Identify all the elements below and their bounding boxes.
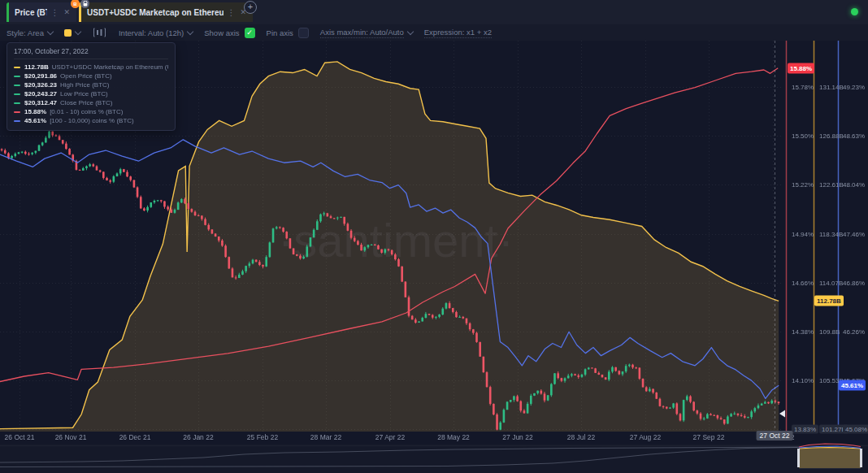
tooltip-row: $20,326.23High Price (BTC) (14, 80, 168, 89)
x-axis-label: 27 Jun 22 (502, 433, 532, 441)
show-axis-checkbox[interactable]: ✓ (245, 28, 255, 38)
series-color-dash (14, 93, 20, 95)
tab-menu-icon[interactable]: ⋮ (224, 8, 238, 17)
chevron-down-icon (407, 28, 414, 35)
expression-label: Expression: x1 + x2 (424, 28, 492, 38)
axis-tick-red: 14.10% (792, 376, 814, 384)
chevron-down-icon (75, 28, 81, 35)
axis-tick-red: 15.50% (792, 132, 814, 140)
chart-settings-toolbar: Style: Area Interval: Auto (12h) Show ax… (0, 24, 868, 41)
show-axis-label: Show axis (204, 28, 239, 37)
minimap-brush[interactable] (799, 446, 861, 469)
chevron-down-icon (187, 28, 193, 35)
axis-tick-red: 14.66% (792, 279, 814, 286)
tab-price-btc[interactable]: Price (BTC) ⋮ ✕ (7, 2, 76, 22)
add-tab-button[interactable]: + (244, 1, 257, 14)
x-axis-label: 26 Nov 21 (55, 433, 87, 441)
x-axis-label: 28 May 22 (437, 433, 470, 441)
x-axis-label: 28 Mar 22 (310, 433, 341, 441)
tooltip-value: $20,326.23 (24, 80, 57, 89)
tooltip-value: 112.78B (24, 63, 49, 72)
axis-tick-red: 14.94% (792, 230, 814, 237)
tooltip-row: $20,312.47Close Price (BTC) (14, 98, 168, 107)
tooltip-value: $20,312.47 (24, 98, 57, 107)
axis-tick-blue: 48.04% (843, 181, 865, 189)
tooltip-value: $20,291.86 (24, 72, 57, 80)
series-color-dash (14, 85, 20, 86)
axis-tick-red: 13.83% (792, 425, 818, 434)
tooltip-value: $20,243.27 (24, 89, 57, 98)
tooltip-row: $20,243.27Low Price (BTC) (14, 89, 168, 98)
color-swatch-dropdown[interactable] (64, 29, 80, 37)
axis-maxmin-dropdown[interactable]: Axis max/min: Auto/Auto (320, 28, 413, 38)
x-axis-label: 25 Feb 22 (247, 433, 278, 441)
minimap[interactable] (0, 446, 868, 469)
axis-tick-red: 15.22% (792, 181, 814, 189)
axis-tick-yellow: 109.8B (819, 328, 840, 335)
series-color-dash (14, 120, 20, 122)
tooltip-value: 15.88% (24, 107, 46, 116)
axis-tick-red: 14.38% (792, 328, 814, 335)
tooltip-timestamp: 17:00, October 27, 2022 (14, 47, 168, 59)
axis-tick-blue: 46.86% (843, 279, 865, 286)
last-value-badge-yellow: 112.78B (814, 296, 844, 306)
tab-accent-green (7, 2, 9, 22)
tab-menu-icon[interactable]: ⋮ (47, 8, 62, 17)
last-value-badge-blue: 45.61% (839, 380, 866, 391)
tab-close-icon[interactable]: ✕ (62, 8, 72, 16)
legend-tooltip: 17:00, October 27, 2022 112.78BUSDT+USDC… (7, 42, 176, 131)
style-dropdown[interactable]: Style: Area (7, 28, 53, 37)
x-axis-label: 28 Jul 22 (567, 433, 596, 441)
x-axis-label: 26 Dec 21 (119, 433, 151, 441)
tab-usdt-usdc-marketcap[interactable]: B USDT+USDC Marketcap on Ethereum (USDT)… (79, 2, 253, 22)
tooltip-label: High Price (BTC) (60, 80, 109, 89)
x-axis-label: 27 Apr 22 (375, 433, 405, 441)
axis-tick-yellow: 118.34B (819, 230, 843, 237)
style-label: Style: Area (7, 28, 44, 37)
tooltip-row: 15.88%[0.01 - 10) coins % (BTC) (14, 107, 168, 116)
pin-axis-checkbox[interactable] (298, 28, 309, 38)
tooltip-row: 112.78BUSDT+USDC Marketcap on Ethereum (… (14, 63, 168, 72)
lock-badge-icon (80, 0, 89, 8)
axis-tick-blue: 49.23% (843, 84, 865, 91)
live-status-icon (851, 8, 858, 15)
series-color-swatch (64, 29, 72, 37)
interval-dropdown[interactable]: Interval: Auto (12h) (119, 28, 193, 37)
axis-tick-yellow: 126.88B (819, 132, 844, 140)
bars-icon (93, 28, 106, 37)
series-color-dash (14, 76, 20, 77)
axis-maxmin-label: Axis max/min: Auto/Auto (320, 28, 404, 38)
tab-label: Price (BTC) (15, 8, 47, 17)
tooltip-label: Close Price (BTC) (60, 98, 112, 107)
axis-tick-blue: 47.46% (843, 230, 865, 237)
series-color-dash (14, 102, 20, 104)
tooltip-label: Low Price (BTC) (60, 89, 108, 98)
axis-tick-blue: 45.08% (843, 425, 868, 434)
last-value-badge-red: 15.88% (788, 63, 814, 73)
tooltip-label: [100 - 10,000) coins % (BTC) (50, 116, 134, 125)
chevron-down-icon (47, 28, 54, 35)
tooltip-value: 45.61% (24, 116, 46, 125)
tab-bar: Price (BTC) ⋮ ✕ B USDT+USDC Marketcap on… (0, 0, 868, 24)
pin-axis-label: Pin axis (267, 28, 293, 37)
expression-setting[interactable]: Expression: x1 + x2 (424, 28, 492, 38)
tooltip-row: $20,291.86Open Price (BTC) (14, 72, 168, 80)
x-axis-label: 26 Jan 22 (183, 433, 213, 441)
crosshair-date-chip: 27 Oct 22 (757, 431, 793, 440)
pin-axis-setting: Pin axis (267, 28, 309, 38)
santiment-chart-app: Price (BTC) ⋮ ✕ B USDT+USDC Marketcap on… (0, 0, 868, 473)
axis-tick-blue: 48.63% (843, 132, 865, 140)
axis-tick-yellow: 122.61B (819, 181, 844, 189)
x-axis-label: 26 Oct 21 (5, 433, 35, 441)
tab-label: USDT+USDC Marketcap on Ethereum (USDT) (87, 8, 224, 17)
x-axis-label: 27 Aug 22 (630, 433, 661, 441)
tooltip-row: 45.61%[100 - 10,000) coins % (BTC) (14, 116, 168, 125)
axis-tick-yellow: 114.07B (819, 279, 843, 286)
x-axis-label: 27 Sep 22 (693, 433, 725, 441)
tooltip-label: [0.01 - 10) coins % (BTC) (50, 107, 123, 116)
axis-tick-blue: 46.26% (843, 328, 865, 335)
bars-toggle[interactable] (92, 28, 107, 37)
axis-tick-yellow: 131.14B (819, 84, 844, 91)
tooltip-label: Open Price (BTC) (60, 72, 112, 80)
show-axis-setting: Show axis ✓ (204, 28, 254, 38)
